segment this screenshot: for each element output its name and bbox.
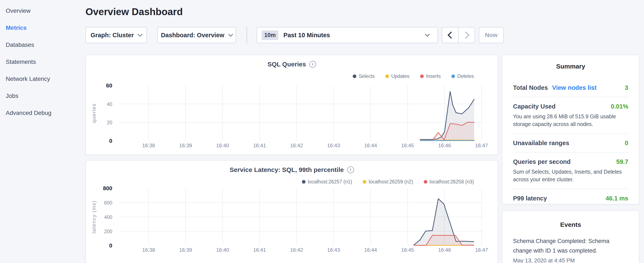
svg-text:200: 200 <box>104 229 112 234</box>
y-axis-labels: 0200400600800 <box>103 185 112 249</box>
sql-queries-plot[interactable]: 020406016:3816:3916:4016:4116:4216:4316:… <box>86 55 498 155</box>
svg-text:0: 0 <box>109 242 112 249</box>
svg-text:16:41: 16:41 <box>253 143 266 148</box>
svg-text:400: 400 <box>104 214 112 220</box>
sidebar-item-network-latency[interactable]: Network Latency <box>6 76 85 82</box>
chevron-down-icon <box>138 32 143 37</box>
prev-time-window-button[interactable] <box>442 28 458 43</box>
next-time-window-button[interactable] <box>458 28 474 43</box>
svg-text:800: 800 <box>103 185 112 191</box>
series <box>414 199 474 245</box>
summary-row-label: Unavailable ranges <box>513 139 569 147</box>
sidebar-item-advanced-debug[interactable]: Advanced Debug <box>6 110 85 116</box>
y-axis-labels: 0204060 <box>106 82 112 144</box>
svg-text:16:38: 16:38 <box>142 143 155 148</box>
legend-item-localhost-26259-n2-: localhost:26259 (n2) <box>363 179 413 185</box>
chevron-left-icon <box>448 32 455 39</box>
x-axis-labels: 16:3816:3916:4016:4116:4216:4316:4416:45… <box>142 143 488 148</box>
svg-text:16:39: 16:39 <box>179 143 192 148</box>
legend-label: Updates <box>391 73 410 79</box>
chart-title: SQL Queries <box>268 61 306 68</box>
summary-row-capacity-used: Capacity Used0.01%You are using 28.6 MiB… <box>513 97 628 134</box>
chart-title-row: SQL Queries i <box>86 61 498 68</box>
sidebar-item-databases[interactable]: Databases <box>6 42 85 48</box>
time-window-pager <box>442 27 475 43</box>
y-axis-unit-label: queries <box>91 103 97 123</box>
chart-legend: SelectsUpdatesInsertsDeletes <box>353 73 474 79</box>
chevron-down-icon <box>228 32 233 37</box>
summary-row-top: Unavailable ranges0 <box>513 139 628 147</box>
svg-text:600: 600 <box>104 200 112 205</box>
service-latency-sql-99th-percentile-plot[interactable]: 020040060080016:3816:3916:4016:4116:4216… <box>86 161 498 263</box>
legend-dot-icon <box>385 75 389 78</box>
svg-text:16:43: 16:43 <box>327 247 340 253</box>
summary-row-queries-per-second: Queries per second59.7Sum of Selects, Up… <box>513 153 628 189</box>
svg-text:16:42: 16:42 <box>290 143 303 148</box>
event-text: Schema Change Completed: Schema change w… <box>513 236 619 255</box>
events-title: Events <box>502 211 639 228</box>
summary-row-label: Queries per second <box>513 158 571 165</box>
svg-text:0: 0 <box>109 138 112 144</box>
svg-text:16:47: 16:47 <box>475 143 488 148</box>
summary-row-value: 3 <box>625 84 628 91</box>
info-icon[interactable]: i <box>347 166 354 173</box>
svg-text:16:41: 16:41 <box>253 247 266 253</box>
svg-text:16:45: 16:45 <box>401 143 414 148</box>
now-button[interactable]: Now <box>479 27 504 43</box>
legend-dot-icon <box>363 180 366 184</box>
chevron-right-icon <box>462 32 470 39</box>
time-range-label: Past 10 Minutes <box>284 32 330 39</box>
summary-row-description: Sum of Selects, Updates, Inserts, and De… <box>513 168 628 183</box>
legend-dot-icon <box>420 75 424 78</box>
sql-queries-chart-card: SQL Queries i SelectsUpdatesInsertsDelet… <box>86 55 498 155</box>
view-nodes-list-link[interactable]: View nodes list <box>552 84 596 91</box>
toolbar-divider <box>247 27 247 44</box>
legend-label: Selects <box>359 73 374 79</box>
dashboard-dropdown-label: Dashboard: Overview <box>161 32 224 39</box>
sidebar-item-overview[interactable]: Overview <box>6 8 85 14</box>
x-axis-labels: 16:3816:3916:4016:4116:4216:4316:4416:45… <box>142 247 488 253</box>
sidebar-item-metrics[interactable]: Metrics <box>6 25 85 31</box>
svg-text:16:44: 16:44 <box>364 247 377 253</box>
svg-text:16:40: 16:40 <box>216 247 229 253</box>
graph-scope-dropdown-label: Graph: Cluster <box>90 32 134 39</box>
summary-row-label: Total Nodes <box>513 84 548 91</box>
legend-label: Inserts <box>426 73 441 79</box>
svg-text:16:45: 16:45 <box>401 247 414 253</box>
event-item[interactable]: Schema Change Completed: Schema change w… <box>513 236 628 263</box>
summary-row-label: Capacity Used <box>513 103 556 110</box>
summary-row-description: You are using 28.6 MiB of 515.9 GiB usab… <box>513 113 628 128</box>
svg-text:16:40: 16:40 <box>216 143 229 148</box>
page-title: Overview Dashboard <box>86 6 183 18</box>
summary-row-value: 59.7 <box>616 158 628 165</box>
legend-item-inserts: Inserts <box>420 73 441 79</box>
summary-row-p99-latency: P99 latency46.1 ms <box>513 189 628 204</box>
metrics-page: { "sidebar": { "items": [ {"label": "Ove… <box>0 0 644 263</box>
info-icon[interactable]: i <box>309 61 316 68</box>
summary-panel: Summary Total NodesView nodes list3Capac… <box>502 55 639 204</box>
legend-label: localhost:26258 (n3) <box>430 179 474 185</box>
legend-dot-icon <box>353 75 356 78</box>
svg-text:16:42: 16:42 <box>290 247 303 253</box>
legend-label: localhost:26257 (n1) <box>308 179 352 185</box>
svg-text:16:43: 16:43 <box>327 143 340 148</box>
svg-text:16:38: 16:38 <box>142 247 155 253</box>
graph-scope-dropdown[interactable]: Graph: Cluster <box>86 27 147 43</box>
svg-text:16:44: 16:44 <box>364 143 377 148</box>
legend-label: localhost:26259 (n2) <box>369 179 413 185</box>
summary-row-top: Capacity Used0.01% <box>513 103 628 110</box>
legend-item-selects: Selects <box>353 73 374 79</box>
sidebar-item-statements[interactable]: Statements <box>6 59 85 65</box>
chevron-down-icon <box>425 32 430 37</box>
legend-item-localhost-26258-n3-: localhost:26258 (n3) <box>424 179 474 185</box>
summary-row-unavailable-ranges: Unavailable ranges0 <box>513 134 628 153</box>
summary-row-value: 0 <box>625 139 628 147</box>
legend-item-localhost-26257-n1-: localhost:26257 (n1) <box>302 179 352 185</box>
sidebar-item-jobs[interactable]: Jobs <box>6 93 85 99</box>
dashboard-dropdown[interactable]: Dashboard: Overview <box>157 27 236 43</box>
time-range-selector[interactable]: 10m Past 10 Minutes <box>256 27 438 43</box>
service-latency-chart-card: Service Latency: SQL, 99th percentile i … <box>86 160 498 263</box>
legend-dot-icon <box>424 180 427 184</box>
svg-text:20: 20 <box>107 120 112 125</box>
summary-row-label: P99 latency <box>513 195 547 202</box>
